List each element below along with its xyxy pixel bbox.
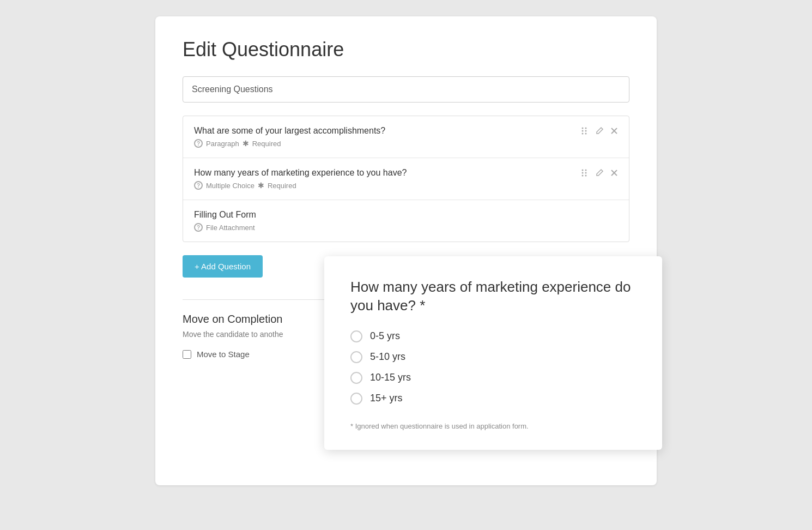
questions-section: What are some of your largest accomplish… (183, 116, 629, 242)
question-header: Filling Out Form (194, 210, 618, 220)
radio-option: 0-5 yrs (350, 330, 636, 342)
radio-label-0: 0-5 yrs (370, 330, 400, 342)
required-label: Required (252, 140, 281, 148)
drag-icon[interactable] (580, 168, 589, 177)
move-to-stage-label: Move to Stage (197, 350, 250, 359)
question-meta: ? Multiple Choice ✱ Required (194, 181, 618, 190)
edit-icon[interactable] (595, 168, 604, 177)
svg-point-9 (585, 170, 587, 171)
svg-point-10 (582, 172, 584, 174)
radio-circle-1[interactable] (350, 351, 362, 363)
question-header: How many years of marketing experience t… (194, 168, 618, 178)
question-meta: ? Paragraph ✱ Required (194, 139, 618, 148)
page-title: Edit Questionnaire (183, 38, 629, 61)
radio-option: 5-10 yrs (350, 351, 636, 363)
close-icon[interactable] (610, 127, 618, 135)
question-header: What are some of your largest accomplish… (194, 126, 618, 136)
radio-label-3: 15+ yrs (370, 393, 403, 404)
page-wrapper: Edit Questionnaire What are some of your… (155, 16, 657, 485)
question-meta: ? File Attachment (194, 223, 618, 232)
radio-label-1: 5-10 yrs (370, 351, 405, 363)
question-type: File Attachment (206, 224, 255, 232)
help-icon: ? (194, 223, 203, 232)
move-to-stage-checkbox[interactable] (183, 350, 191, 359)
required-star: ✱ (243, 139, 249, 148)
svg-point-1 (585, 128, 587, 129)
svg-point-2 (582, 130, 584, 132)
required-label: Required (268, 182, 296, 190)
question-item: How many years of marketing experience t… (183, 158, 629, 200)
question-type: Paragraph (206, 140, 239, 148)
question-text: What are some of your largest accomplish… (194, 126, 385, 136)
popup-options: 0-5 yrs 5-10 yrs 10-15 yrs 15+ yrs (350, 330, 636, 405)
question-text: How many years of marketing experience t… (194, 168, 407, 178)
radio-label-2: 10-15 yrs (370, 372, 411, 383)
drag-icon[interactable] (580, 127, 589, 135)
svg-point-11 (585, 172, 587, 174)
help-icon: ? (194, 139, 203, 148)
radio-circle-3[interactable] (350, 393, 362, 405)
svg-point-8 (582, 170, 584, 171)
svg-point-12 (582, 175, 584, 177)
help-icon: ? (194, 181, 203, 190)
question-actions (580, 168, 618, 177)
question-type: Multiple Choice (206, 182, 254, 190)
question-item: Filling Out Form ? File Attachment (183, 200, 629, 242)
svg-point-4 (582, 133, 584, 135)
question-actions (580, 127, 618, 135)
radio-option: 10-15 yrs (350, 372, 636, 384)
questionnaire-name-input[interactable] (183, 76, 629, 103)
svg-point-0 (582, 128, 584, 129)
edit-icon[interactable] (595, 127, 604, 135)
required-star: ✱ (258, 181, 264, 190)
svg-point-13 (585, 175, 587, 177)
svg-point-3 (585, 130, 587, 132)
close-icon[interactable] (610, 169, 618, 177)
radio-option: 15+ yrs (350, 393, 636, 405)
question-item: What are some of your largest accomplish… (183, 116, 629, 158)
popup-card: How many years of marketing experience d… (324, 256, 662, 450)
radio-circle-0[interactable] (350, 330, 362, 342)
svg-point-5 (585, 133, 587, 135)
radio-circle-2[interactable] (350, 372, 362, 384)
popup-question: How many years of marketing experience d… (350, 278, 636, 315)
add-question-button[interactable]: + Add Question (183, 255, 263, 278)
popup-footnote: * Ignored when questionnaire is used in … (350, 422, 636, 430)
question-text: Filling Out Form (194, 210, 256, 220)
